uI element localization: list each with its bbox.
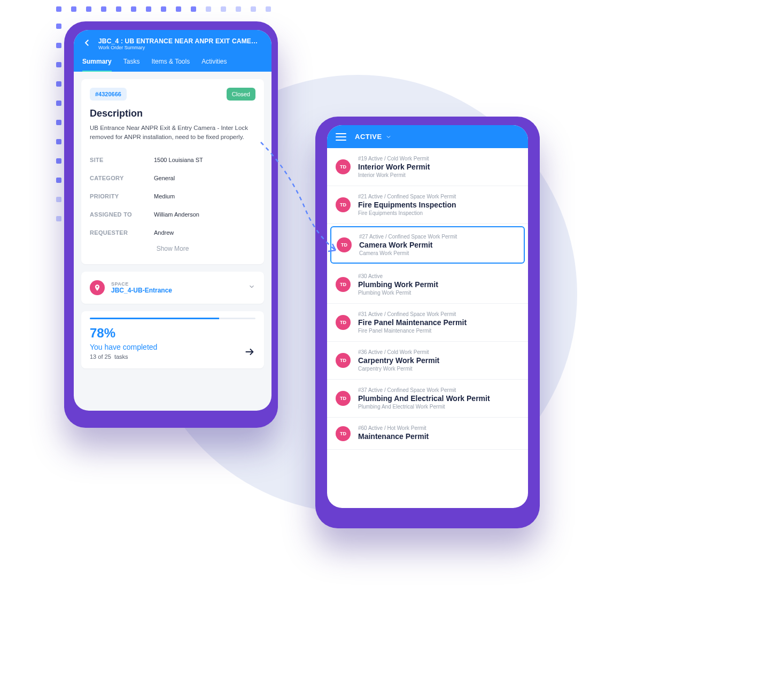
- field-value: Medium: [154, 193, 175, 199]
- tab-items-tools[interactable]: Items & Tools: [151, 58, 190, 72]
- progress-count-num: 13 of 25: [90, 353, 111, 360]
- list-item-meta: #31 Active / Confined Space Work Permit: [358, 311, 519, 317]
- list-item-title: Plumbing And Electrical Work Permit: [358, 394, 519, 403]
- field-label: REQUESTER: [90, 229, 154, 236]
- list-item-sub: Plumbing Work Permit: [358, 290, 519, 296]
- progress-card[interactable]: 78% You have completed 13 of 25 tasks: [81, 311, 264, 368]
- progress-completed-text: You have completed: [90, 343, 157, 351]
- phone2-header: ACTIVE: [327, 125, 528, 148]
- list-item-title: Plumbing Work Permit: [358, 280, 519, 289]
- list-item-sub: Fire Panel Maintenance Permit: [358, 328, 519, 334]
- tab-bar: SummaryTasksItems & ToolsActivities: [82, 58, 263, 72]
- avatar: TD: [336, 391, 351, 406]
- field-row: REQUESTERAndrew: [90, 224, 255, 242]
- list-item[interactable]: TD#37 Active / Confined Space Work Permi…: [327, 380, 528, 418]
- filter-dropdown[interactable]: ACTIVE: [355, 133, 392, 141]
- list-item[interactable]: TD#30 ActivePlumbing Work PermitPlumbing…: [327, 266, 528, 304]
- progress-tasks-word: tasks: [114, 353, 128, 360]
- field-value: Andrew: [154, 229, 174, 236]
- list-item-meta: #19 Active / Cold Work Permit: [358, 156, 519, 161]
- list-item-title: Fire Panel Maintenance Permit: [358, 318, 519, 327]
- chevron-down-icon: [385, 134, 392, 140]
- avatar: TD: [336, 353, 351, 368]
- avatar: TD: [336, 315, 351, 330]
- list-item-meta: #21 Active / Confined Space Work Permit: [358, 194, 519, 199]
- field-row: PRIORITYMedium: [90, 187, 255, 205]
- space-name: JBC_4-UB-Entrance: [111, 287, 242, 294]
- list-item[interactable]: TD#21 Active / Confined Space Work Permi…: [327, 186, 528, 224]
- arrow-right-icon[interactable]: [244, 346, 255, 360]
- list-item[interactable]: TD#36 Active / Cold Work PermitCarpentry…: [327, 342, 528, 380]
- list-item-meta: #37 Active / Confined Space Work Permit: [358, 387, 519, 393]
- avatar: TD: [336, 277, 351, 292]
- field-value: General: [154, 175, 175, 181]
- avatar: TD: [336, 426, 351, 441]
- list-item[interactable]: TD#19 Active / Cold Work PermitInterior …: [327, 148, 528, 186]
- list-item-sub: Carpentry Work Permit: [358, 366, 519, 372]
- tab-tasks[interactable]: Tasks: [123, 58, 140, 72]
- list-item-title: Carpentry Work Permit: [358, 356, 519, 365]
- field-label: SITE: [90, 157, 154, 163]
- avatar: TD: [336, 197, 351, 212]
- back-icon[interactable]: [82, 38, 92, 50]
- list-item-sub: Fire Equipments Inspection: [358, 210, 519, 216]
- list-item-title: Fire Equipments Inspection: [358, 201, 519, 209]
- ticket-id-chip: #4320666: [90, 88, 127, 101]
- list-item-meta: #36 Active / Cold Work Permit: [358, 349, 519, 355]
- field-label: PRIORITY: [90, 193, 154, 199]
- tab-summary[interactable]: Summary: [82, 58, 112, 72]
- status-badge: Closed: [227, 88, 255, 101]
- fields-list: SITE1500 Louisiana STCATEGORYGeneralPRIO…: [90, 151, 255, 242]
- description-card: #4320666 Closed Description UB Entrance …: [81, 79, 264, 264]
- progress-percent: 78%: [90, 326, 157, 341]
- avatar: TD: [336, 159, 351, 174]
- list-item-meta: #60 Active / Hot Work Permit: [358, 425, 519, 431]
- list-item-sub: Interior Work Permit: [358, 172, 519, 178]
- avatar: TD: [337, 237, 352, 252]
- phone1-screen: JBC_4 : UB ENTRANCE NEAR ANPR EXIT CAMER…: [74, 30, 271, 411]
- space-label: SPACE: [111, 281, 242, 287]
- list-item-meta: #27 Active / Confined Space Work Permit: [359, 234, 518, 240]
- list-item-title: Interior Work Permit: [358, 163, 519, 171]
- chevron-down-icon: [248, 283, 255, 293]
- progress-count: 13 of 25 tasks: [90, 353, 157, 360]
- filter-label: ACTIVE: [355, 133, 382, 141]
- list-item-meta: #30 Active: [358, 273, 519, 279]
- description-text: UB Entrance Near ANPR Exit & Entry Camer…: [90, 124, 255, 142]
- list-item-title: Maintenance Permit: [358, 432, 519, 441]
- progress-bar: [90, 318, 255, 319]
- space-card[interactable]: SPACE JBC_4-UB-Entrance: [81, 272, 264, 304]
- field-row: ASSIGNED TOWilliam Anderson: [90, 205, 255, 224]
- field-value: William Anderson: [154, 211, 199, 218]
- list-item[interactable]: TD#27 Active / Confined Space Work Permi…: [330, 226, 525, 264]
- list-item-sub: Camera Work Permit: [359, 250, 518, 256]
- list-item-title: Camera Work Permit: [359, 241, 518, 249]
- phone1-header: JBC_4 : UB ENTRANCE NEAR ANPR EXIT CAMER…: [74, 30, 271, 72]
- page-title: JBC_4 : UB ENTRANCE NEAR ANPR EXIT CAMER…: [98, 37, 259, 45]
- tab-activities[interactable]: Activities: [201, 58, 227, 72]
- page-subtitle: Work Order Summary: [98, 45, 259, 50]
- list-item-sub: Plumbing And Electrical Work Permit: [358, 404, 519, 410]
- field-row: SITE1500 Louisiana ST: [90, 151, 255, 169]
- menu-icon[interactable]: [336, 133, 346, 141]
- field-row: CATEGORYGeneral: [90, 169, 255, 187]
- list-item[interactable]: TD#60 Active / Hot Work PermitMaintenanc…: [327, 418, 528, 450]
- field-label: ASSIGNED TO: [90, 211, 154, 218]
- description-heading: Description: [90, 108, 255, 119]
- list-item[interactable]: TD#31 Active / Confined Space Work Permi…: [327, 304, 528, 342]
- permit-list: TD#19 Active / Cold Work PermitInterior …: [327, 148, 528, 450]
- field-value: 1500 Louisiana ST: [154, 157, 203, 163]
- show-more-button[interactable]: Show More: [90, 242, 255, 256]
- field-label: CATEGORY: [90, 175, 154, 181]
- phone2-screen: ACTIVE TD#19 Active / Cold Work PermitIn…: [327, 125, 528, 508]
- location-pin-icon: [90, 280, 105, 295]
